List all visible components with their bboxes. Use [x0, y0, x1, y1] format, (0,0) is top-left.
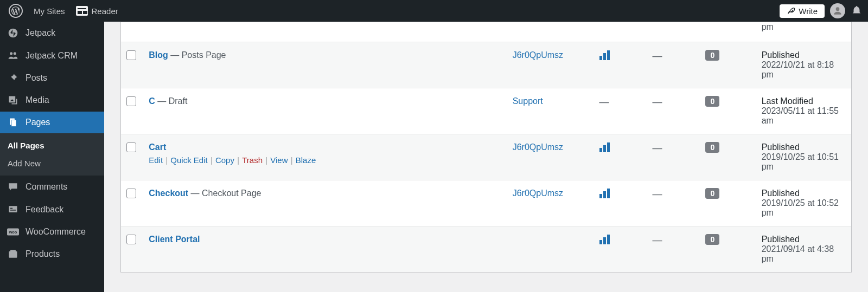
table-row: C — DraftSupport——0Last Modified2023/05/…: [121, 88, 851, 134]
comment-count[interactable]: 0: [705, 188, 719, 199]
comment-count[interactable]: 0: [705, 142, 719, 153]
table-row: Blog — Posts PageJ6r0QpUmsz—0Published20…: [121, 42, 851, 88]
write-button[interactable]: Write: [780, 4, 825, 18]
my-sites-label: My Sites: [34, 7, 65, 16]
svg-point-0: [836, 7, 840, 11]
svg-point-2: [10, 52, 12, 55]
row-checkbox[interactable]: [126, 142, 136, 152]
feather-icon: [787, 7, 795, 15]
wordpress-icon: [9, 4, 23, 18]
action-view[interactable]: View: [270, 155, 288, 165]
row-checkbox[interactable]: [126, 235, 136, 244]
page-title-link[interactable]: Client Portal: [149, 235, 200, 244]
pages-icon: [7, 118, 19, 127]
sidebar-label: Comments: [25, 182, 67, 192]
submenu-add-new[interactable]: Add New: [0, 154, 104, 172]
media-icon: [7, 95, 19, 106]
date-value: 2023/05/11 at 11:55 am: [762, 106, 840, 126]
dash-cell: —: [653, 96, 662, 107]
dash-cell: —: [653, 235, 662, 245]
reader-icon: [76, 6, 88, 16]
row-checkbox[interactable]: [126, 189, 136, 198]
comment-count[interactable]: 0: [705, 234, 719, 245]
sidebar-item-comments[interactable]: Comments: [0, 176, 104, 198]
stats-icon[interactable]: [599, 142, 610, 152]
sidebar-item-feedback[interactable]: Feedback: [0, 198, 104, 221]
woo-icon: woo: [7, 228, 19, 236]
stats-icon[interactable]: [599, 50, 610, 60]
svg-rect-6: [11, 120, 16, 127]
dash-cell: —: [653, 50, 662, 61]
pages-table: pmBlog — Posts PageJ6r0QpUmsz—0Published…: [120, 22, 852, 272]
reader-link[interactable]: Reader: [71, 0, 124, 22]
page-suffix: — Checkout Page: [188, 189, 261, 198]
page-title-link[interactable]: C: [149, 96, 155, 106]
notifications-button[interactable]: [851, 5, 863, 17]
table-row: Checkout — Checkout PageJ6r0QpUmsz—0Publ…: [121, 180, 851, 226]
comment-icon: [7, 181, 19, 192]
sidebar-item-pages[interactable]: Pages: [0, 112, 104, 133]
sidebar-label: Pages: [25, 118, 50, 127]
people-icon: [7, 50, 19, 61]
sidebar-item-jetpack-crm[interactable]: Jetpack CRM: [0, 44, 104, 67]
bell-icon: [851, 5, 863, 17]
person-icon: [832, 5, 843, 16]
action-trash[interactable]: Trash: [242, 155, 263, 165]
date-value: 2022/10/21 at 8:18 pm: [762, 60, 840, 80]
sidebar-label: Jetpack CRM: [25, 51, 78, 61]
date-label: Published: [762, 235, 840, 244]
table-row: CartEdit | Quick Edit | Copy | Trash | V…: [121, 134, 851, 180]
date-value: 2019/10/25 at 10:51 pm: [762, 152, 840, 172]
svg-rect-12: [9, 251, 17, 258]
stats-icon[interactable]: [599, 235, 610, 244]
comment-count[interactable]: 0: [705, 96, 719, 107]
pin-icon: [7, 73, 19, 83]
main-content: pmBlog — Posts PageJ6r0QpUmsz—0Published…: [104, 22, 868, 292]
svg-point-1: [9, 29, 18, 38]
reader-label: Reader: [92, 7, 118, 16]
sidebar-item-jetpack[interactable]: Jetpack: [0, 22, 104, 44]
author-link[interactable]: J6r0QpUmsz: [513, 189, 563, 198]
page-title-link[interactable]: Blog: [149, 50, 168, 60]
svg-rect-7: [9, 206, 17, 212]
row-checkbox[interactable]: [126, 50, 136, 60]
sidebar-item-woocommerce[interactable]: woo WooCommerce: [0, 221, 104, 243]
row-checkbox[interactable]: [126, 96, 136, 106]
date-label: Last Modified: [762, 96, 840, 106]
submenu-all-pages[interactable]: All Pages: [0, 137, 104, 154]
user-avatar[interactable]: [830, 3, 845, 18]
sidebar-label: Products: [25, 249, 60, 259]
sidebar-label: WooCommerce: [25, 227, 86, 237]
date-label: Published: [762, 142, 840, 152]
sidebar-label: Feedback: [25, 205, 63, 215]
products-icon: [7, 249, 19, 259]
action-blaze[interactable]: Blaze: [296, 155, 316, 165]
author-link[interactable]: Support: [513, 96, 543, 106]
action-quick_edit[interactable]: Quick Edit: [170, 155, 207, 165]
wp-logo-link[interactable]: [3, 0, 28, 22]
sidebar-item-media[interactable]: Media: [0, 89, 104, 112]
comment-count[interactable]: 0: [705, 50, 719, 61]
stats-icon[interactable]: [599, 189, 610, 198]
sidebar-item-posts[interactable]: Posts: [0, 67, 104, 89]
page-title-link[interactable]: Checkout: [149, 189, 188, 198]
sidebar-label: Jetpack: [25, 28, 55, 38]
action-edit[interactable]: Edit: [149, 155, 163, 165]
feedback-icon: [7, 204, 19, 215]
dash-cell: —: [653, 189, 662, 199]
page-title-link[interactable]: Cart: [149, 142, 166, 152]
date-value: 2021/09/14 at 4:38 pm: [762, 244, 840, 264]
admin-topbar: My Sites Reader Write: [0, 0, 868, 22]
action-copy[interactable]: Copy: [215, 155, 234, 165]
admin-sidebar: Jetpack Jetpack CRM Posts Media Pages Al…: [0, 22, 104, 292]
page-suffix: — Draft: [155, 96, 188, 106]
author-link[interactable]: J6r0QpUmsz: [513, 142, 563, 152]
svg-text:woo: woo: [9, 230, 17, 235]
my-sites-link[interactable]: My Sites: [28, 0, 71, 22]
date-value: pm: [762, 22, 840, 32]
page-suffix: — Posts Page: [168, 50, 226, 60]
sidebar-label: Posts: [25, 73, 47, 83]
author-link[interactable]: J6r0QpUmsz: [513, 50, 563, 60]
sidebar-item-products[interactable]: Products: [0, 243, 104, 265]
jetpack-icon: [7, 28, 19, 38]
